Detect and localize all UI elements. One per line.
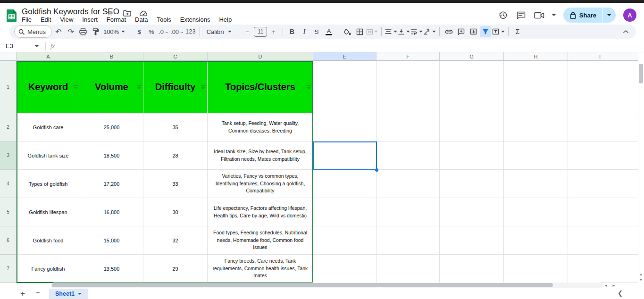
cell-c7[interactable]: 29: [143, 255, 208, 283]
fill-handle[interactable]: [375, 168, 378, 172]
cell-d7[interactable]: Fancy breeds, Care needs, Tank requireme…: [208, 255, 313, 283]
more-formats-button[interactable]: 123: [185, 26, 196, 37]
cell-c4[interactable]: 33: [143, 170, 208, 198]
cell-a2[interactable]: Goldfish care: [17, 113, 80, 141]
cell-a7[interactable]: Fancy goldfish: [17, 255, 80, 283]
cell-f1[interactable]: [376, 61, 440, 113]
row-header-4[interactable]: 4: [0, 170, 17, 198]
menu-data[interactable]: Data: [135, 16, 148, 23]
menu-format[interactable]: Format: [107, 16, 126, 23]
cell-e3-active[interactable]: [313, 141, 376, 170]
horizontal-scroll-buttons[interactable]: ◂▸: [605, 283, 615, 288]
menu-file[interactable]: File: [22, 16, 32, 23]
column-header-a[interactable]: A: [17, 52, 80, 61]
menus-search-button[interactable]: Menus: [14, 25, 52, 38]
menu-extensions[interactable]: Extensions: [180, 16, 210, 23]
column-header-d[interactable]: D: [208, 52, 313, 61]
text-rotation-button[interactable]: [424, 26, 436, 37]
all-sheets-icon[interactable]: ≡: [33, 290, 42, 298]
vertical-align-button[interactable]: [398, 26, 410, 37]
cell-b2[interactable]: 25,000: [80, 113, 143, 141]
side-panel-collapse-icon[interactable]: ❮: [618, 290, 623, 297]
format-currency-button[interactable]: $: [134, 26, 145, 37]
decrease-decimal-button[interactable]: .0←: [158, 26, 169, 37]
cell-b7[interactable]: 13,500: [80, 255, 143, 283]
borders-button[interactable]: [354, 26, 365, 37]
row-header-3[interactable]: 3: [0, 141, 17, 170]
cell-b1[interactable]: Volume: [80, 61, 143, 113]
toolbar-collapse-icon[interactable]: [620, 26, 631, 37]
cell-d1[interactable]: Topics/Clusters: [208, 61, 313, 113]
cell-d2[interactable]: Tank setup, Feeding, Water quality, Comm…: [208, 113, 313, 141]
cell-d4[interactable]: Varieties, Fancy vs common types, Identi…: [208, 170, 313, 198]
cell-c2[interactable]: 35: [143, 113, 208, 141]
cell-c1[interactable]: Difficulty: [143, 61, 208, 113]
filter-views-button[interactable]: [492, 26, 505, 37]
menu-tools[interactable]: Tools: [157, 16, 171, 23]
share-button[interactable]: Share: [563, 8, 616, 23]
cell-c5[interactable]: 30: [143, 198, 208, 226]
text-wrap-button[interactable]: [411, 26, 423, 37]
cell-b4[interactable]: 17,200: [80, 170, 143, 198]
cell-b6[interactable]: 15,000: [80, 226, 143, 255]
cell-a4[interactable]: Types of goldfish: [17, 170, 80, 198]
decrease-font-size-button[interactable]: −: [242, 26, 253, 37]
increase-decimal-button[interactable]: .00→: [170, 26, 184, 37]
column-header-b[interactable]: B: [80, 52, 143, 61]
sheet-tab-sheet1[interactable]: Sheet1: [49, 289, 88, 299]
scroll-down-icon[interactable]: ▼: [639, 278, 643, 282]
strikethrough-button[interactable]: S: [311, 26, 322, 37]
cell-a3[interactable]: Goldfish tank size: [17, 141, 80, 170]
cell-d6[interactable]: Food types, Feeding schedules, Nutrition…: [208, 226, 313, 255]
print-button[interactable]: [77, 26, 89, 37]
scroll-up-icon[interactable]: ▲: [639, 273, 643, 276]
account-avatar[interactable]: A: [623, 8, 636, 22]
create-filter-button[interactable]: [480, 26, 491, 37]
vertical-scroll-buttons[interactable]: ▲▼: [638, 273, 644, 282]
filter-dropdown-icon[interactable]: [306, 82, 311, 92]
filter-dropdown-icon[interactable]: [201, 82, 206, 92]
insert-link-button[interactable]: [443, 26, 454, 37]
column-header-h[interactable]: H: [504, 52, 568, 61]
share-caret-button[interactable]: [602, 8, 616, 23]
cell-i1[interactable]: [568, 61, 632, 113]
row-header-2[interactable]: 2: [0, 113, 17, 141]
column-header-g[interactable]: G: [440, 52, 504, 61]
cell-h1[interactable]: [504, 61, 568, 113]
cell-e1[interactable]: [313, 61, 376, 113]
cell-b5[interactable]: 16,800: [80, 198, 143, 226]
format-percent-button[interactable]: %: [146, 26, 157, 37]
cell-d3[interactable]: Ideal tank size, Size by breed, Tank set…: [208, 141, 313, 170]
cell-d5[interactable]: Life expectancy, Factors affecting lifes…: [208, 198, 313, 226]
fill-color-button[interactable]: [342, 26, 353, 37]
column-header-i[interactable]: I: [568, 52, 632, 61]
undo-button[interactable]: ↶: [53, 26, 64, 37]
increase-font-size-button[interactable]: +: [268, 26, 279, 37]
cell-b3[interactable]: 18,500: [80, 141, 143, 170]
version-history-icon[interactable]: [498, 10, 509, 20]
select-all-corner[interactable]: [0, 52, 17, 61]
menu-edit[interactable]: Edit: [41, 16, 51, 23]
horizontal-align-button[interactable]: [385, 26, 397, 37]
text-color-button[interactable]: A: [323, 26, 335, 37]
name-box-caret-icon[interactable]: [35, 45, 39, 47]
row-header-1[interactable]: 1: [0, 61, 17, 113]
vertical-scrollbar[interactable]: [638, 52, 644, 289]
add-sheet-button[interactable]: +: [18, 289, 27, 299]
comments-icon[interactable]: [516, 10, 527, 20]
cell-a6[interactable]: Goldfish food: [17, 226, 80, 255]
cell-a1[interactable]: Keyword: [17, 61, 80, 113]
font-select[interactable]: Calibri: [203, 26, 234, 37]
cell-c3[interactable]: 28: [143, 141, 208, 170]
cell-c6[interactable]: 32: [143, 226, 208, 255]
row-header-6[interactable]: 6: [0, 226, 17, 255]
name-box[interactable]: E3: [0, 42, 34, 50]
menu-insert[interactable]: Insert: [82, 16, 98, 23]
functions-button[interactable]: Σ: [512, 26, 523, 37]
filter-dropdown-icon[interactable]: [73, 82, 78, 92]
sheets-logo-icon[interactable]: [7, 9, 17, 24]
cell-g1[interactable]: [440, 61, 504, 113]
menu-help[interactable]: Help: [219, 16, 232, 23]
cell-e2[interactable]: [313, 113, 376, 141]
menu-view[interactable]: View: [60, 16, 73, 23]
